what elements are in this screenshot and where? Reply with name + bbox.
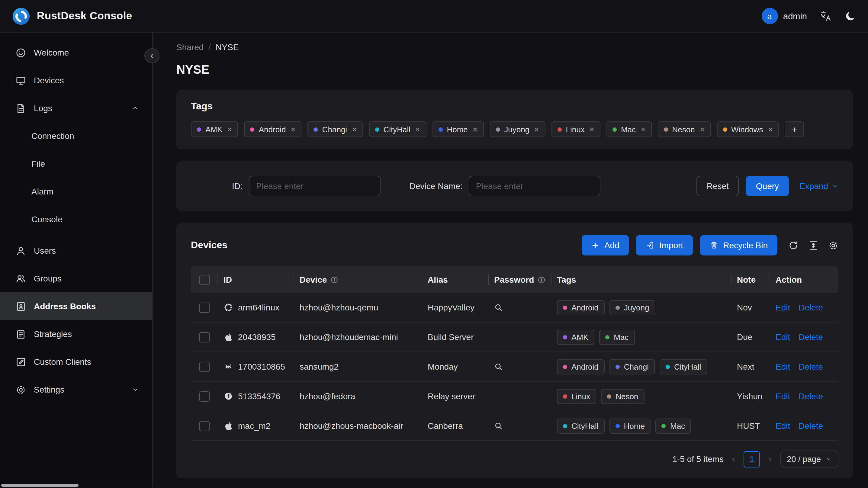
id-input[interactable] [249,176,380,196]
edit-link[interactable]: Edit [776,421,790,431]
row-checkbox[interactable] [199,362,209,372]
select-all-checkbox[interactable] [199,274,209,285]
tag-close-icon[interactable]: × [534,125,539,133]
delete-link[interactable]: Delete [799,332,823,342]
tag-color-dot [665,365,670,369]
expand-link[interactable]: Expand [800,181,838,191]
device-name-input[interactable] [469,176,600,196]
sidebar-item-settings[interactable]: Settings [0,376,152,403]
view-password-icon[interactable] [494,303,503,312]
recycle-bin-button[interactable]: Recycle Bin [700,235,777,255]
chevron-up-icon [132,104,139,112]
tag-chip[interactable]: CityHall [557,418,604,433]
tag-chip[interactable]: Windows × [717,121,779,137]
sidebar-item-groups[interactable]: Groups [0,265,152,292]
tag-chip[interactable]: AMK [557,330,594,344]
row-checkbox[interactable] [199,391,209,401]
tag-chip[interactable]: Linux × [551,121,600,137]
tag-chip[interactable]: Neson [601,389,644,404]
tag-close-icon[interactable]: × [590,125,594,133]
edit-link[interactable]: Edit [776,362,790,371]
tag-close-icon[interactable]: × [641,125,645,133]
tag-close-icon[interactable]: × [415,125,420,133]
row-checkbox[interactable] [199,332,209,342]
tag-chip[interactable]: Linux [557,389,596,404]
edit-link[interactable]: Edit [776,391,790,401]
add-tag-button[interactable]: + [785,121,804,137]
sidebar-item-logs-alarm[interactable]: Alarm [0,178,152,205]
sidebar-item-devices[interactable]: Devices [0,66,152,94]
info-icon[interactable] [331,276,338,283]
tag-chip[interactable]: Android [557,359,604,374]
tag-chip[interactable]: Mac [599,330,634,344]
refresh-icon[interactable] [788,240,799,250]
avatar[interactable]: a [762,8,778,24]
import-button[interactable]: Import [637,235,693,255]
tag-chip[interactable]: Home [610,418,651,433]
tag-close-icon[interactable]: × [768,125,773,133]
device-name: hzhou@fedora [293,391,422,401]
sidebar-collapse-button[interactable] [144,48,159,63]
tag-chip[interactable]: Home × [432,121,484,137]
tag-close-icon[interactable]: × [290,125,296,133]
tag-chip[interactable]: Android × [244,121,302,137]
tag-chip[interactable]: AMK × [191,121,238,137]
sidebar-item-address-books[interactable]: Address Books [0,292,152,320]
tag-chip[interactable]: Juyong [610,300,655,315]
next-page-icon[interactable]: › [769,454,772,464]
tags-list: AMK × Android × Changi × CityHall × Home… [191,121,838,137]
horizontal-scrollbar-thumb[interactable] [1,484,79,487]
dark-mode-icon[interactable] [844,10,856,22]
reset-button[interactable]: Reset [696,176,739,196]
sidebar-item-logs-console[interactable]: Console [0,205,152,233]
query-button[interactable]: Query [746,176,788,196]
device-id: arm64linux [238,303,279,312]
page-1-button[interactable]: 1 [744,451,760,467]
user-menu[interactable]: a admin [762,8,807,24]
delete-link[interactable]: Delete [799,391,823,401]
breadcrumb: Shared / NYSE [176,42,853,52]
sidebar-item-logs-file[interactable]: File [0,150,152,178]
edit-link[interactable]: Edit [776,303,790,312]
edit-link[interactable]: Edit [776,332,790,342]
tag-close-icon[interactable]: × [700,125,705,133]
tag-chip[interactable]: Mac [656,418,691,433]
tag-chip[interactable]: Neson × [657,121,711,137]
breadcrumb-shared[interactable]: Shared [176,42,204,52]
sidebar-item-logs-connection[interactable]: Connection [0,122,152,150]
row-checkbox[interactable] [199,421,209,431]
delete-link[interactable]: Delete [799,421,823,431]
tag-chip[interactable]: Juyong × [490,121,545,137]
table-settings-gear-icon[interactable] [828,240,838,250]
delete-link[interactable]: Delete [799,362,823,371]
tag-chip[interactable]: Changi × [308,121,363,137]
app-title: RustDesk Console [37,10,132,22]
view-password-icon[interactable] [494,362,503,371]
row-height-icon[interactable] [808,240,818,250]
sidebar-item-users[interactable]: Users [0,237,152,265]
tag-color-dot [616,305,620,309]
tag-close-icon[interactable]: × [227,125,232,133]
tag-close-icon[interactable]: × [352,125,357,133]
sidebar-item-strategies[interactable]: Strategies [0,320,152,348]
tag-chip[interactable]: Mac × [607,121,652,137]
tag-chip[interactable]: Changi [610,359,655,374]
info-icon[interactable] [537,276,546,283]
tag-close-icon[interactable]: × [473,125,477,133]
view-password-icon[interactable] [494,421,503,430]
page-size-select[interactable]: 20 / page [780,451,838,467]
row-checkbox[interactable] [199,302,209,312]
tag-chip[interactable]: CityHall × [369,121,427,137]
id-label: ID: [232,181,243,191]
row-tags: Android Juyong [551,300,731,315]
tag-chip[interactable]: Android [557,300,604,315]
sidebar-item-logs[interactable]: Logs [0,94,152,122]
add-device-button[interactable]: Add [582,235,629,255]
sidebar-item-welcome[interactable]: Welcome [0,39,152,66]
sidebar-item-label: Groups [34,274,62,283]
delete-link[interactable]: Delete [799,303,823,312]
tag-chip[interactable]: CityHall [660,359,707,374]
prev-page-icon[interactable]: ‹ [732,454,736,464]
language-icon[interactable] [820,10,832,22]
sidebar-item-custom-clients[interactable]: Custom Clients [0,348,152,376]
